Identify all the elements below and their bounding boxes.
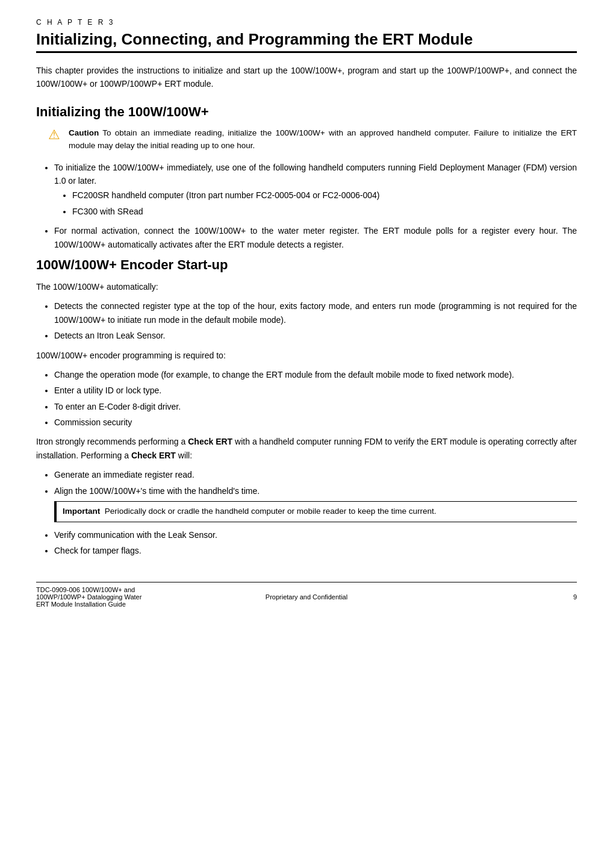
check-ert-paragraph: Itron strongly recommends performing a C… [36, 435, 577, 462]
list-item-text: Check for tamper flags. [54, 546, 142, 555]
list-item: Align the 100W/100W+'s time with the han… [54, 484, 577, 522]
required-intro: 100W/100W+ encoder programming is requir… [36, 349, 577, 362]
list-item: Enter a utility ID or lock type. [54, 384, 577, 397]
page: C H A P T E R 3 Initializing, Connecting… [0, 0, 613, 868]
list-item: For normal activation, connect the 100W/… [54, 224, 577, 251]
list-item: Check for tamper flags. [54, 544, 577, 557]
list-item-text: Detects an Itron Leak Sensor. [54, 331, 165, 340]
list-item: To initialize the 100W/100W+ immediately… [54, 161, 577, 219]
sub-bullet-list: FC200SR handheld computer (Itron part nu… [72, 189, 577, 218]
list-item-text: Generate an immediate register read. [54, 470, 194, 479]
footer: TDC-0909-006 100W/100W+ and 100WP/100WP+… [36, 586, 577, 608]
list-item-text: Change the operation mode (for example, … [54, 370, 514, 379]
required-bullet-list: Change the operation mode (for example, … [54, 368, 577, 429]
list-item-text: FC300 with SRead [72, 207, 143, 216]
check-ert-bold1: Check ERT [188, 437, 232, 446]
list-item: Verify communication with the Leak Senso… [54, 528, 577, 542]
important-box: Important Periodically dock or cradle th… [54, 501, 577, 522]
footer-left-text: TDC-0909-006 100W/100W+ and 100WP/100WP+… [36, 586, 157, 608]
final-bullet-list: Generate an immediate register read. Ali… [54, 468, 577, 522]
important-body: Periodically dock or cradle the handheld… [105, 507, 437, 516]
section1-bullet-list: To initialize the 100W/100W+ immediately… [54, 161, 577, 251]
footer-page-number: 9 [456, 593, 577, 601]
footer-rule [36, 582, 577, 582]
list-item: To enter an E-Coder 8-digit driver. [54, 400, 577, 413]
caution-text: Caution To obtain an immediate reading, … [69, 127, 577, 152]
list-item-text: Verify communication with the Leak Senso… [54, 530, 217, 540]
footer-center-text: Proprietary and Confidential [157, 593, 456, 601]
list-item-text: Detects the connected register type at t… [54, 301, 577, 324]
title-rule [36, 51, 577, 53]
intro-paragraph: This chapter provides the instructions t… [36, 64, 577, 91]
important-label: Important [63, 507, 100, 516]
check-ert-before: Itron strongly recommends performing a [36, 437, 188, 446]
last-bullet-list: Verify communication with the Leak Senso… [54, 528, 577, 558]
auto-bullet-list: Detects the connected register type at t… [54, 299, 577, 342]
caution-icon: ⚠ [48, 127, 60, 143]
list-item-text: Align the 100W/100W+'s time with the han… [54, 486, 260, 496]
list-item: FC300 with SRead [72, 205, 577, 218]
caution-box: ⚠ Caution To obtain an immediate reading… [48, 127, 577, 152]
list-item-text: FC200SR handheld computer (Itron part nu… [72, 190, 380, 200]
list-item: Commission security [54, 416, 577, 429]
list-item: Change the operation mode (for example, … [54, 368, 577, 381]
list-item-text: Enter a utility ID or lock type. [54, 386, 161, 395]
chapter-title: Initializing, Connecting, and Programmin… [36, 30, 577, 49]
list-item-text: To enter an E-Coder 8-digit driver. [54, 402, 181, 411]
list-item-text: To initialize the 100W/100W+ immediately… [54, 163, 577, 186]
check-ert-after: will: [176, 451, 192, 460]
section2-heading: 100W/100W+ Encoder Start-up [36, 257, 577, 273]
check-ert-bold2: Check ERT [131, 451, 176, 460]
auto-intro: The 100W/100W+ automatically: [36, 280, 577, 293]
list-item-text: For normal activation, connect the 100W/… [54, 226, 577, 249]
list-item: Detects the connected register type at t… [54, 299, 577, 326]
list-item: Generate an immediate register read. [54, 468, 577, 481]
list-item-text: Commission security [54, 417, 132, 427]
section1-heading: Initializing the 100W/100W+ [36, 104, 577, 120]
list-item: Detects an Itron Leak Sensor. [54, 329, 577, 342]
chapter-label: C H A P T E R 3 [36, 18, 577, 27]
list-item: FC200SR handheld computer (Itron part nu… [72, 189, 577, 202]
caution-body: To obtain an immediate reading, initiali… [69, 128, 577, 150]
caution-label: Caution [69, 128, 99, 137]
